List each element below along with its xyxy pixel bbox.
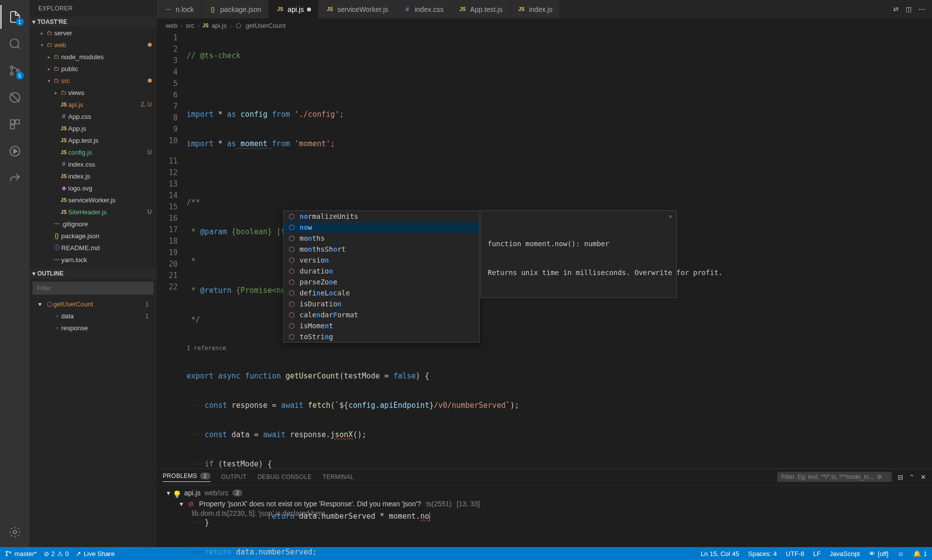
svg-point-11 xyxy=(6,555,7,556)
outline-item[interactable]: ▫response xyxy=(29,322,157,334)
codelens[interactable]: 1 reference xyxy=(187,344,932,353)
outline-filter[interactable] xyxy=(32,281,154,295)
svg-point-2 xyxy=(10,73,12,75)
chevron-down-icon xyxy=(167,489,170,497)
share-icon: ↗ xyxy=(76,550,81,558)
editor-tab[interactable]: {}package.json xyxy=(202,0,269,18)
svg-point-0 xyxy=(10,39,18,47)
svg-rect-5 xyxy=(10,120,14,124)
outline-tree: ⬡getUserCount1▫data1▫response xyxy=(29,298,157,547)
compare-icon[interactable]: ⇄ xyxy=(893,5,899,13)
activity-scm[interactable]: 5 xyxy=(3,59,27,83)
lightbulb-icon[interactable]: 💡 xyxy=(173,489,181,500)
sidebar-title: EXPLORER xyxy=(29,0,157,17)
suggest-item[interactable]: ⬡calendarFormat xyxy=(284,309,479,320)
tree-item[interactable]: 🗀public xyxy=(29,63,157,75)
editor-tab[interactable]: JSapi.js xyxy=(269,0,318,18)
outline-filter-input[interactable] xyxy=(33,282,153,294)
tree-item[interactable]: 🗀src xyxy=(29,75,157,87)
svg-point-1 xyxy=(10,66,12,69)
svg-rect-6 xyxy=(15,120,19,124)
outline-item[interactable]: ▫data1 xyxy=(29,310,157,322)
suggest-item[interactable]: ⬡isMoment xyxy=(284,320,479,331)
suggest-widget[interactable]: ⬡normalizeUnits⬡now⬡months⬡monthsShort⬡v… xyxy=(283,210,480,343)
tree-item[interactable]: ⋯.gitignore xyxy=(29,218,157,230)
svg-point-10 xyxy=(6,551,7,553)
suggest-item[interactable]: ⬡now xyxy=(284,222,479,233)
editor-tab[interactable]: JSindex.js xyxy=(510,0,560,18)
sidebar: EXPLORER TOAST'RE 🗀server🗀web🗀node_modul… xyxy=(29,0,157,547)
text-cursor xyxy=(429,512,430,521)
tab-bar: ⋯n.lock{}package.jsonJSapi.jsJSserviceWo… xyxy=(157,0,932,19)
tree-item[interactable]: JSapi.js2, U xyxy=(29,98,157,110)
split-icon[interactable]: ◫ xyxy=(906,5,912,13)
close-icon[interactable]: ✕ xyxy=(669,213,672,220)
activity-extensions[interactable] xyxy=(3,112,27,136)
tree-item[interactable]: JSSiteHeader.jsU xyxy=(29,206,157,218)
tree-item[interactable]: JSserviceWorker.js xyxy=(29,194,157,206)
more-icon[interactable]: ⋯ xyxy=(919,5,925,13)
breadcrumb[interactable]: web›src›JSapi.js›⬡getUserCount xyxy=(157,19,932,32)
code-area[interactable]: // @ts-check import * as config from './… xyxy=(187,32,932,468)
explorer-badge: 1 xyxy=(16,18,24,26)
gutter: 12345678910111213141516171819202122 xyxy=(157,32,187,468)
tree-item[interactable]: 🗀views xyxy=(29,87,157,98)
editor-tab[interactable]: ⋯n.lock xyxy=(157,0,202,18)
tree-item[interactable]: JSconfig.jsU xyxy=(29,146,157,158)
outline-item[interactable]: ⬡getUserCount1 xyxy=(29,298,157,310)
tree-item[interactable]: 🗀server xyxy=(29,27,157,39)
tree-item[interactable]: 🗀node_modules xyxy=(29,51,157,63)
suggest-item[interactable]: ⬡duration xyxy=(284,266,479,277)
svg-rect-7 xyxy=(10,125,14,129)
suggest-item[interactable]: ⬡monthsShort xyxy=(284,244,479,255)
chevron-down-icon xyxy=(180,500,183,508)
file-tree: 🗀server🗀web🗀node_modules🗀public🗀src🗀view… xyxy=(29,27,157,266)
suggest-item[interactable]: ⬡months xyxy=(284,233,479,244)
editor-tab[interactable]: JSApp.test.js xyxy=(451,0,510,18)
activity-explorer[interactable]: 1 xyxy=(3,5,27,29)
status-problems[interactable]: ⊘ 2 ⚠ 0 xyxy=(44,550,69,558)
tree-item[interactable]: #index.css xyxy=(29,158,157,170)
tree-item[interactable]: ◆logo.svg xyxy=(29,182,157,194)
activity-search[interactable] xyxy=(3,32,27,56)
tree-item[interactable]: JSindex.js xyxy=(29,170,157,182)
activity-liveshare[interactable] xyxy=(3,166,27,190)
section-workspace[interactable]: TOAST'RE xyxy=(29,17,157,27)
editor[interactable]: 12345678910111213141516171819202122 // @… xyxy=(157,32,932,468)
tree-item[interactable]: JSApp.js xyxy=(29,122,157,134)
activity-settings[interactable] xyxy=(3,520,27,544)
section-outline[interactable]: OUTLINE xyxy=(29,269,157,279)
suggest-item[interactable]: ⬡toString xyxy=(284,331,479,342)
activity-run[interactable] xyxy=(3,139,27,163)
suggest-item[interactable]: ⬡defineLocale xyxy=(284,287,479,298)
dirty-indicator xyxy=(307,7,311,11)
editor-group: ⋯n.lock{}package.jsonJSapi.jsJSserviceWo… xyxy=(157,0,932,547)
status-liveshare[interactable]: ↗ Live Share xyxy=(76,550,114,558)
tree-item[interactable]: ⋯yarn.lock xyxy=(29,254,157,266)
tree-item[interactable]: 🗀web xyxy=(29,39,157,51)
svg-point-9 xyxy=(13,531,16,534)
tree-item[interactable]: #App.css xyxy=(29,110,157,122)
editor-tab[interactable]: #index.css xyxy=(396,0,451,18)
editor-tab[interactable]: JSserviceWorker.js xyxy=(318,0,396,18)
scm-badge: 5 xyxy=(16,72,24,80)
suggest-item[interactable]: ⬡version xyxy=(284,255,479,266)
status-branch[interactable]: master* xyxy=(5,550,37,558)
tree-item[interactable]: JSApp.test.js xyxy=(29,134,157,146)
svg-point-12 xyxy=(9,552,11,553)
chevron-down-icon xyxy=(32,18,35,25)
suggest-doc: ✕ function moment.now(): number Returns … xyxy=(480,210,677,298)
suggest-item[interactable]: ⬡parseZone xyxy=(284,277,479,287)
suggest-item[interactable]: ⬡isDuration xyxy=(284,298,479,309)
suggest-item[interactable]: ⬡normalizeUnits xyxy=(284,211,479,222)
tree-item[interactable]: {}package.json xyxy=(29,230,157,242)
activity-debug[interactable] xyxy=(3,86,27,109)
activity-bar: 1 5 xyxy=(0,0,29,547)
chevron-down-icon xyxy=(32,270,35,277)
tree-item[interactable]: ⓘREADME.md xyxy=(29,242,157,254)
